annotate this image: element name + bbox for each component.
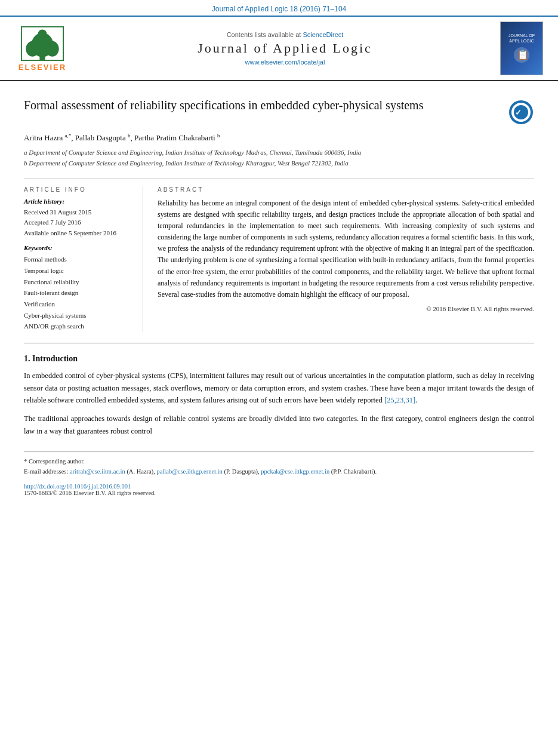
journal-title-display: Journal of Applied Logic: [81, 41, 489, 56]
journal-cover-area: JOURNAL OFAPPL LOGIC 📋: [495, 21, 548, 75]
article-title-section: Formal assessment of reliability specifi…: [24, 97, 534, 125]
elsevier-logo: ELSEVIER: [10, 26, 75, 72]
journal-url[interactable]: www.elsevier.com/locate/jal: [81, 59, 489, 66]
cover-text: JOURNAL OFAPPL LOGIC: [508, 33, 535, 44]
abstract-header: ABSTRACT: [158, 186, 534, 193]
available-date: Available online 5 September 2016: [24, 228, 133, 239]
svg-point-2: [26, 41, 39, 56]
email-footnote: E-mail addresses: aritrah@cse.iitm.ac.in…: [24, 467, 534, 477]
authors-line: Aritra Hazra a,*, Pallab Dasgupta b, Par…: [24, 133, 534, 143]
keyword-item: Verification: [24, 299, 133, 310]
affiliation-a: a Department of Computer Science and Eng…: [24, 147, 534, 158]
article-info-header: ARTICLE INFO: [24, 186, 133, 193]
doi-section: http://dx.doi.org/10.1016/j.jal.2016.09.…: [24, 483, 534, 496]
elsevier-wordmark: ELSEVIER: [19, 63, 66, 72]
main-content: Formal assessment of reliability specifi…: [0, 81, 558, 506]
crossmark-badge-icon[interactable]: ✓: [508, 99, 534, 125]
email-1-link[interactable]: aritrah@cse.iitm.ac.in: [70, 468, 125, 475]
article-info-abstract-section: ARTICLE INFO Article history: Received 3…: [24, 186, 534, 333]
article-title: Formal assessment of reliability specifi…: [24, 97, 423, 113]
keyword-item: Fault-tolerant design: [24, 287, 133, 299]
journal-cover-image: JOURNAL OFAPPL LOGIC 📋: [500, 21, 543, 75]
received-date: Received 31 August 2015: [24, 207, 133, 218]
keyword-item: Formal methods: [24, 254, 133, 265]
keyword-item: AND/OR graph search: [24, 321, 133, 332]
svg-text:✓: ✓: [515, 108, 522, 117]
divider-1: [24, 179, 534, 179]
abstract-col: ABSTRACT Reliability has become an integ…: [158, 186, 534, 333]
journal-header-center: Contents lists available at ScienceDirec…: [81, 31, 489, 66]
svg-point-4: [38, 29, 47, 38]
cover-icon: 📋: [513, 46, 531, 64]
inline-ref-1[interactable]: [25,23,31]: [384, 396, 415, 404]
doi-link[interactable]: http://dx.doi.org/10.1016/j.jal.2016.09.…: [24, 483, 534, 490]
intro-paragraph-1: In embedded control of cyber-physical sy…: [24, 370, 534, 407]
keyword-item: Temporal logic: [24, 265, 133, 276]
elsevier-logo-area: ELSEVIER: [10, 26, 75, 72]
accepted-date: Accepted 7 July 2016: [24, 217, 133, 228]
corresponding-author-note: * Corresponding author.: [24, 457, 534, 467]
contents-available-line: Contents lists available at ScienceDirec…: [81, 31, 489, 38]
contents-text: Contents lists available at: [227, 31, 301, 38]
article-info-col: ARTICLE INFO Article history: Received 3…: [24, 186, 143, 333]
sciencedirect-link[interactable]: ScienceDirect: [303, 31, 343, 38]
copyright-line: © 2016 Elsevier B.V. All rights reserved…: [158, 305, 534, 312]
elsevier-tree-icon: [19, 26, 66, 62]
abstract-text: Reliability has become an integral compo…: [158, 198, 534, 301]
issn-text: 1570-8683/© 2016 Elsevier B.V. All right…: [24, 490, 534, 496]
journal-banner: Journal of Applied Logic 18 (2016) 71–10…: [0, 0, 558, 17]
email-3-link[interactable]: ppckak@cse.iitkgp.ernet.in: [261, 468, 329, 475]
section-divider: [24, 343, 534, 343]
intro-paragraph-2: The traditional approaches towards desig…: [24, 413, 534, 437]
intro-section-title: 1. Introduction: [24, 354, 534, 364]
keyword-item: Cyber-physical systems: [24, 310, 133, 321]
affiliations: a Department of Computer Science and Eng…: [24, 147, 534, 168]
svg-text:📋: 📋: [517, 49, 529, 60]
email-2-link[interactable]: pallab@cse.iitkgp.ernet.in: [157, 468, 223, 475]
affiliation-b: b Department of Computer Science and Eng…: [24, 158, 534, 169]
svg-point-3: [46, 41, 59, 56]
keywords-title: Keywords:: [24, 244, 133, 251]
article-history-title: Article history:: [24, 198, 133, 205]
footnote-section: * Corresponding author. E-mail addresses…: [24, 451, 534, 477]
keyword-item: Functional reliability: [24, 276, 133, 288]
keywords-list: Formal methodsTemporal logicFunctional r…: [24, 254, 133, 332]
journal-header: ELSEVIER Contents lists available at Sci…: [0, 17, 558, 81]
banner-text: Journal of Applied Logic 18 (2016) 71–10…: [212, 5, 347, 13]
